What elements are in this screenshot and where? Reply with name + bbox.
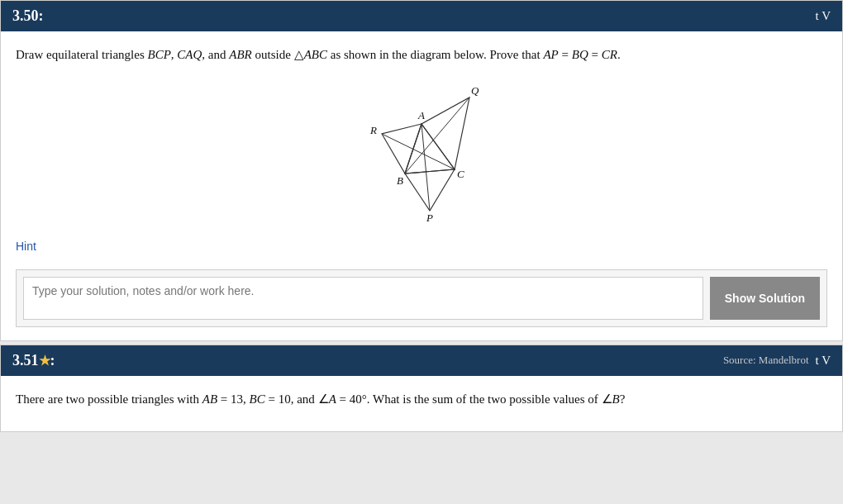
problem-350-body: Draw equilateral triangles BCP, CAQ, and… (1, 31, 842, 340)
svg-marker-1 (405, 169, 455, 211)
problem-350-section: 3.50: t V Draw equilateral triangles BCP… (0, 0, 843, 341)
solution-input[interactable] (23, 277, 703, 320)
header-right-label[interactable]: t V (816, 9, 831, 23)
hint-link[interactable]: Hint (16, 240, 36, 253)
show-solution-button[interactable]: Show Solution (710, 277, 820, 320)
svg-text:C: C (457, 168, 464, 180)
problem-351-source: Source: Mandelbrot (723, 354, 809, 367)
svg-text:Q: Q (471, 84, 479, 97)
problem-350-controls[interactable]: t V (816, 9, 831, 23)
svg-line-5 (405, 97, 469, 174)
diagram-container: A B C Q R P (16, 74, 827, 223)
geometry-diagram: A B C Q R P (339, 74, 504, 223)
problem-350-header: 3.50: t V (1, 1, 842, 31)
svg-text:B: B (397, 174, 403, 187)
svg-text:R: R (369, 124, 377, 136)
problem-351-header: 3.51★: Source: Mandelbrot t V (1, 345, 842, 376)
problem-350-text: Draw equilateral triangles BCP, CAQ, and… (16, 45, 827, 66)
svg-text:P: P (426, 212, 433, 223)
svg-marker-3 (382, 124, 422, 174)
problem-351-controls: Source: Mandelbrot t V (723, 354, 831, 368)
problem-351-number: 3.51★: (12, 352, 55, 369)
svg-marker-2 (422, 97, 469, 169)
svg-text:A: A (417, 109, 425, 121)
problem-351-section: 3.51★: Source: Mandelbrot t V There are … (0, 345, 843, 433)
problem-350-number: 3.50: (12, 7, 44, 25)
star-icon: ★ (39, 354, 50, 368)
svg-line-4 (422, 124, 430, 211)
problem-351-right-label[interactable]: t V (816, 354, 831, 368)
problem-351-body: There are two possible triangles with AB… (1, 376, 842, 432)
problem-351-text: There are two possible triangles with AB… (16, 389, 827, 411)
solution-area: Show Solution (16, 269, 827, 327)
